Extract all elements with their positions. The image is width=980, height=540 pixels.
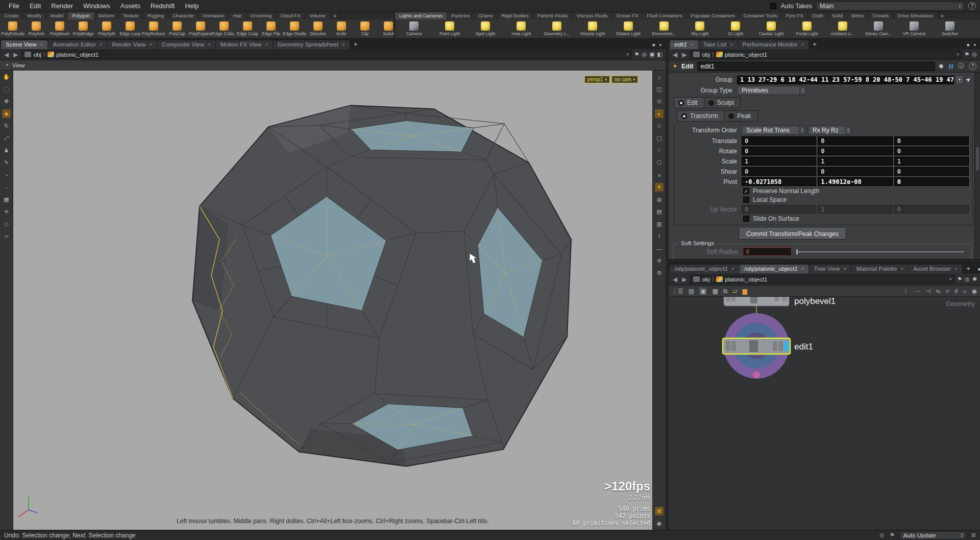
auto-update-selector[interactable]: Auto Update ▴▾ [900,531,966,539]
shelf-tab-deform[interactable]: Deform [94,12,119,19]
shelf-tab-character[interactable]: Character [168,12,199,19]
soft-radius-field[interactable]: 0 [743,247,792,256]
tab-obj-platonic-object1[interactable]: /obj/platonic_object1× [670,265,739,273]
shelf-tab-lights-and-cameras[interactable]: Lights and Cameras [395,12,447,19]
group-type-dropdown[interactable]: Primitives ▴▾ [737,86,806,95]
pose-tool-icon[interactable]: ♟ [2,146,11,155]
breadcrumb-node[interactable]: platonic_object1 [725,276,767,283]
shelf-tool-dissolve[interactable]: Dissolve [306,21,330,36]
pane-menu-icon[interactable]: ▾ [659,42,662,48]
tab-obj-platonic-object1[interactable]: /obj/platonic_object1× [740,265,809,273]
info-icon[interactable]: ⓘ [958,62,964,71]
pane-maximize-icon[interactable]: ■ [652,42,655,48]
shelf-tool-environme[interactable]: Environme... [646,21,682,36]
tab-take-list[interactable]: Take List× [699,40,738,49]
shelf-tool-knife[interactable]: Knife [330,21,353,36]
close-icon[interactable]: × [844,266,847,272]
group-list-icon[interactable]: ≡ [655,171,664,179]
tab-edit1[interactable]: edit1× [670,40,698,49]
pivot-field-2[interactable]: 0 [894,177,969,186]
breadcrumb-obj[interactable]: obj [702,52,709,58]
shelf-tool-polybevel[interactable]: PolyBevel [48,21,71,36]
close-icon[interactable]: × [900,266,903,272]
shade-mode-icon[interactable]: ◐ [655,109,664,118]
wireframe-icon[interactable]: ◇ [655,122,664,130]
breadcrumb-node[interactable]: platonic_object1 [725,52,767,58]
radio-tab-transform[interactable]: Transform [677,111,724,121]
shelf-tab-rigging[interactable]: Rigging [143,12,168,19]
scale-field-0[interactable]: 1 [742,157,816,166]
view-tool-icon[interactable]: ✋ [2,73,11,81]
shelf-tab-particles[interactable]: Particles [447,12,474,19]
shelf-tool-geometry-l[interactable]: Geometry L... [539,21,575,36]
menu-redshift[interactable]: Redshift [146,1,180,11]
shelf-tool-edge-flip[interactable]: Edge Flip [259,21,283,36]
commit-transform-button[interactable]: Commit Transform/Peak Changes [739,228,846,240]
collapse-triangle-icon[interactable]: ▼ [5,63,9,67]
up-vector-field-2[interactable]: 0 [894,205,969,214]
close-icon[interactable]: × [801,42,804,48]
shelf-tool-area-light[interactable]: Area Light [503,21,539,36]
display-normals-icon[interactable]: ⊙ [655,97,664,106]
shelf-tab-solid[interactable]: Solid [828,12,847,19]
shelf-tool-distant-light[interactable]: Distant Light [610,21,646,36]
shelf-tool-point-light[interactable]: Point Light [432,21,468,36]
shelf-tab-populate-containers[interactable]: Populate Containers [687,12,740,19]
help-icon[interactable]: ? [969,62,976,70]
close-icon[interactable]: × [149,42,152,48]
zoom-icon[interactable]: ⌕ [963,288,967,295]
menu-assets[interactable]: Assets [116,1,145,11]
tab-scene-view[interactable]: Scene View× [1,40,47,49]
radio-tab-peak[interactable]: Peak [724,111,757,121]
add-tab-icon[interactable]: + [809,40,820,49]
shelf-tool-camera[interactable]: Camera [396,21,432,36]
menu-file[interactable]: File [4,1,24,11]
breadcrumb-obj[interactable]: obj [33,52,41,58]
shelf-tool-switcher[interactable]: Switcher [932,21,968,36]
color-palette-icon[interactable]: ▦ [712,288,718,295]
display-grid-icon[interactable]: # [954,288,958,295]
preview-icon[interactable]: ▣ [699,288,707,295]
forward-icon[interactable]: ▶ [681,51,688,58]
shelf-tab-crowds[interactable]: Crowds [868,12,893,19]
node-label-polybevel1[interactable]: polybevel1 [794,297,836,306]
node-label-edit1[interactable]: edit1 [794,342,813,351]
shelf-tab-cloth[interactable]: Cloth [808,12,828,19]
ruler-icon[interactable]: ⌇ [655,232,664,241]
display-options-icon[interactable]: ⚙ [655,269,664,277]
local-space-checkbox[interactable] [743,197,749,203]
tree-list-icon[interactable]: ⋮☰ [672,288,683,295]
shelf-tool-edge-loop[interactable]: Edge Loop [118,21,142,36]
close-icon[interactable]: × [954,266,958,272]
close-icon[interactable]: × [801,266,804,272]
help-icon[interactable]: ? [968,2,976,10]
node-polybevel1[interactable] [724,297,789,306]
shelf-tool-edge-cusp[interactable]: Edge Cusp [236,21,259,36]
network-canvas[interactable]: Geometry [669,297,980,530]
group-field[interactable]: 1 13 27-29 6 18 42-44 11 23 57-59 8 20 4… [737,76,954,84]
shelf-tool-edge-colla[interactable]: Edge Colla... [212,21,236,36]
shelf-tool-stereo-cam[interactable]: Stereo Cam... [861,21,896,36]
rotate-tool-icon[interactable]: ↻ [2,122,11,130]
view-axis-icon[interactable]: ✣ [655,256,664,265]
pane-maximize-icon[interactable]: ■ [967,42,969,48]
close-icon[interactable]: × [691,42,694,48]
pin-icon[interactable]: ⚑ [634,51,640,58]
shelf-tool-portal-light[interactable]: Portal Light [789,21,825,36]
scale-field-2[interactable]: 1 [894,157,969,166]
shelf-tool-sky-light[interactable]: Sky Light [682,21,718,36]
tab-asset-browser[interactable]: Asset Browser× [909,265,962,273]
params-scrollbar[interactable] [974,73,980,259]
shelf-tab-cloud-fx[interactable]: Cloud FX [276,12,305,19]
snap-grid-icon[interactable]: ⊞ [655,507,664,515]
camera-menu-persp[interactable]: persp1▾ [584,76,610,83]
add-tab-icon[interactable]: + [963,265,974,273]
soft-radius-slider[interactable] [796,251,964,252]
linked-display-icon[interactable]: ▣ [649,51,654,58]
key-tool-icon[interactable]: ◇ [2,220,11,228]
ghost-geo-icon[interactable]: ▢ [655,134,664,143]
breadcrumb-node[interactable]: platonic_object1 [56,52,99,58]
edit-tool-icon[interactable]: ◈ [2,109,11,118]
shelf-tool-subdi[interactable]: Subdi [377,21,394,36]
menu-edit[interactable]: Edit [25,1,45,11]
